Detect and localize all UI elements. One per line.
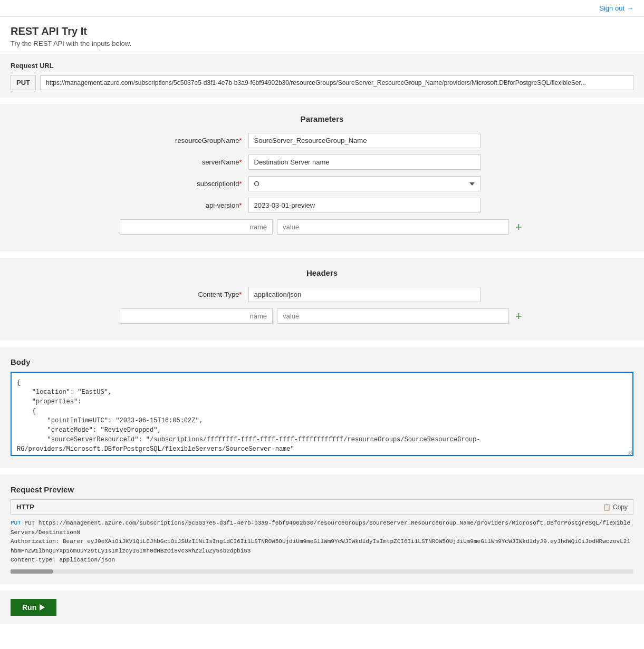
run-section: Run (0, 590, 644, 624)
run-button[interactable]: Run (11, 599, 56, 616)
preview-put-line: PUT PUT https://management.azure.com/sub… (11, 519, 633, 537)
resource-group-row: resourceGroupName* (11, 133, 633, 148)
server-name-label: serverName* (164, 158, 248, 166)
server-name-input[interactable] (248, 154, 480, 170)
parameters-title: Parameters (11, 114, 633, 123)
body-section: Body { "location": "EastUS", "properties… (0, 347, 644, 468)
custom-param-value[interactable] (277, 219, 509, 235)
preview-http-bar: HTTP 📋 Copy (11, 499, 633, 515)
subscription-id-select[interactable]: O (248, 176, 480, 191)
subscription-id-row: subscriptionId* O (11, 176, 633, 191)
body-textarea[interactable]: { "location": "EastUS", "properties": { … (11, 372, 633, 456)
method-badge: PUT (11, 75, 36, 90)
preview-scrollbar[interactable] (11, 569, 633, 574)
content-type-input[interactable] (248, 287, 480, 302)
url-input[interactable] (40, 75, 633, 90)
content-type-label: Content-Type* (164, 290, 248, 298)
headers-section: Headers Content-Type* + (0, 258, 644, 341)
add-param-button[interactable]: + (513, 221, 524, 233)
custom-header-row: + (11, 308, 633, 324)
sign-out-label: Sign out (599, 4, 624, 12)
resource-group-input[interactable] (248, 133, 480, 148)
http-badge: HTTP (16, 503, 34, 511)
play-icon (40, 604, 45, 611)
custom-header-value[interactable] (277, 308, 509, 324)
custom-param-row: + (11, 219, 633, 235)
custom-header-name[interactable] (120, 308, 273, 324)
request-preview-section: Request Preview HTTP 📋 Copy PUT PUT http… (0, 474, 644, 584)
server-name-row: serverName* (11, 154, 633, 170)
run-label: Run (22, 603, 36, 612)
copy-button[interactable]: 📋 Copy (603, 503, 628, 511)
copy-icon: 📋 (603, 503, 611, 511)
content-type-row: Content-Type* (11, 287, 633, 302)
preview-content-type-line: Content-type: application/json (11, 556, 633, 565)
page-header: REST API Try It Try the REST API with th… (0, 17, 644, 54)
parameters-section: Parameters resourceGroupName* serverName… (0, 104, 644, 251)
url-row: PUT (11, 75, 633, 90)
page-title: REST API Try It (11, 25, 633, 37)
preview-auth-line: Authorization: Bearer eyJ0eXAiOiJKV1QiLC… (11, 537, 633, 556)
sign-out-link[interactable]: Sign out → (599, 4, 633, 12)
api-version-row: api-version* (11, 198, 633, 213)
body-label: Body (11, 357, 633, 366)
resource-group-label: resourceGroupName* (164, 137, 248, 144)
scrollbar-thumb (11, 569, 53, 574)
preview-title: Request Preview (11, 485, 633, 494)
sign-out-icon: → (627, 4, 633, 12)
subscription-id-label: subscriptionId* (164, 180, 248, 188)
api-version-input[interactable] (248, 198, 480, 213)
request-url-section: Request URL PUT (0, 54, 644, 98)
copy-label: Copy (613, 503, 628, 511)
preview-content: PUT PUT https://management.azure.com/sub… (11, 519, 633, 565)
request-url-label: Request URL (11, 62, 633, 70)
page-container: Sign out → REST API Try It Try the REST … (0, 0, 644, 624)
headers-title: Headers (11, 268, 633, 277)
top-bar: Sign out → (0, 0, 644, 17)
api-version-label: api-version* (164, 201, 248, 209)
page-subtitle: Try the REST API with the inputs below. (11, 40, 633, 47)
add-header-button[interactable]: + (513, 311, 524, 322)
custom-param-name[interactable] (120, 219, 273, 235)
